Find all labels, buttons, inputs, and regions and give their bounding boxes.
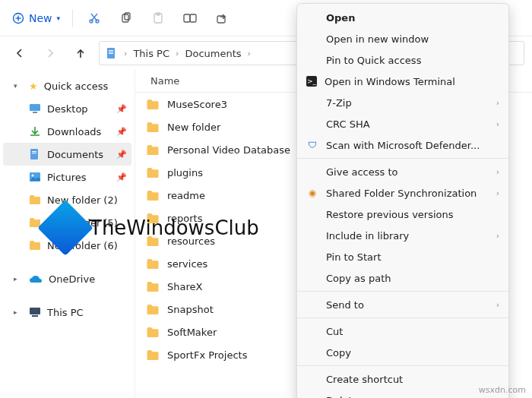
- ctx-label: 7-Zip: [326, 97, 489, 109]
- ctx-restore[interactable]: Restore previous versions: [297, 204, 508, 225]
- ctx-label: Send to: [326, 299, 489, 311]
- ctx-copy-path[interactable]: Copy as path: [297, 267, 508, 289]
- folder-icon: [146, 99, 160, 110]
- ctx-open[interactable]: Open: [297, 7, 508, 28]
- ctx-include-lib[interactable]: Include in library›: [297, 225, 508, 246]
- context-menu: Open Open in new window Pin to Quick acc…: [296, 3, 509, 398]
- separator: [297, 291, 508, 292]
- sidebar-item-label: Documents: [47, 149, 110, 160]
- desktop-icon: [29, 103, 41, 115]
- sidebar-item-label: Downloads: [47, 126, 110, 137]
- breadcrumb-folder[interactable]: Documents: [185, 48, 241, 59]
- chevron-right-icon: ›: [496, 120, 499, 128]
- shield-icon: 🛡: [306, 140, 318, 150]
- chevron-right-icon: ›: [248, 49, 251, 58]
- sync-icon: ◉: [306, 188, 318, 198]
- ctx-create-shortcut[interactable]: Create shortcut: [297, 368, 508, 390]
- sidebar-item-folder[interactable]: New folder (2): [3, 188, 131, 211]
- list-item-label: SportFx Projects: [167, 349, 247, 361]
- ctx-cut[interactable]: Cut: [297, 321, 508, 342]
- chevron-right-icon: ›: [496, 99, 499, 107]
- ctx-send-to[interactable]: Send to›: [297, 294, 508, 315]
- list-item-label: Snapshot: [167, 304, 214, 315]
- sidebar-item-label: New folder (2): [47, 194, 127, 206]
- star-icon: ★: [29, 81, 38, 92]
- sidebar-item-label: Desktop: [47, 103, 110, 115]
- ctx-label: Pin to Quick access: [326, 55, 499, 66]
- paste-icon: [144, 6, 172, 30]
- copy-icon[interactable]: [112, 6, 140, 30]
- sidebar-quick-access[interactable]: ▾ ★ Quick access: [3, 74, 131, 97]
- sidebar-item-downloads[interactable]: Downloads 📌: [3, 120, 131, 143]
- back-button[interactable]: [8, 41, 32, 65]
- ctx-7zip[interactable]: 7-Zip›: [297, 92, 508, 113]
- new-button-label: New: [29, 12, 52, 24]
- share-icon[interactable]: [208, 6, 236, 30]
- ctx-delete[interactable]: Delete: [297, 390, 508, 398]
- folder-icon: [146, 327, 160, 338]
- list-item-label: services: [167, 258, 207, 270]
- svg-rect-19: [33, 112, 37, 113]
- sidebar-item-pictures[interactable]: Pictures 📌: [3, 166, 131, 188]
- ctx-open-terminal[interactable]: >_Open in Windows Terminal: [297, 71, 508, 92]
- chevron-down-icon: ▾: [57, 14, 61, 22]
- terminal-icon: >_: [306, 76, 317, 87]
- ctx-label: Open: [326, 12, 499, 24]
- ctx-label: Shared Folder Synchronization: [326, 188, 489, 199]
- ctx-pin-start[interactable]: Pin to Start: [297, 246, 508, 267]
- folder-icon: [146, 190, 160, 201]
- pin-icon: 📌: [116, 127, 127, 137]
- sidebar-onedrive[interactable]: ▸ OneDrive: [3, 267, 131, 290]
- forward-button: [38, 41, 62, 65]
- sidebar-item-label: This PC: [47, 307, 127, 318]
- pin-icon: 📌: [116, 104, 127, 114]
- folder-icon: [29, 240, 41, 251]
- list-item-label: readme: [167, 190, 205, 201]
- sidebar-item-folder[interactable]: New folder (6): [3, 234, 131, 257]
- ctx-shared-sync[interactable]: ◉Shared Folder Synchronization›: [297, 182, 508, 204]
- svg-rect-22: [32, 153, 36, 153]
- sidebar-item-label: Pictures: [47, 172, 110, 183]
- sidebar-thispc[interactable]: ▸ This PC: [3, 301, 131, 324]
- svg-rect-26: [32, 315, 38, 317]
- document-icon: [29, 148, 41, 160]
- sidebar-item-documents[interactable]: Documents 📌: [3, 143, 131, 166]
- pin-icon: 📌: [116, 150, 127, 160]
- sidebar: ▾ ★ Quick access Desktop 📌 Downloads 📌 D…: [0, 70, 135, 398]
- new-button[interactable]: New ▾: [8, 9, 65, 27]
- svg-rect-11: [184, 14, 190, 22]
- chevron-right-icon: ›: [176, 49, 179, 58]
- chevron-down-icon: ▾: [14, 82, 21, 90]
- ctx-open-new-window[interactable]: Open in new window: [297, 28, 508, 49]
- ctx-copy[interactable]: Copy: [297, 342, 508, 363]
- sidebar-item-desktop[interactable]: Desktop 📌: [3, 97, 131, 120]
- separator: [297, 365, 508, 366]
- folder-icon: [146, 235, 160, 247]
- ctx-pin-quick[interactable]: Pin to Quick access: [297, 49, 508, 71]
- list-item-label: New folder: [167, 122, 220, 133]
- column-header-label: Name: [150, 75, 179, 87]
- ctx-crc-sha[interactable]: CRC SHA›: [297, 113, 508, 134]
- ctx-defender[interactable]: 🛡Scan with Microsoft Defender...: [297, 134, 508, 156]
- sidebar-item-label: OneDrive: [49, 273, 127, 285]
- list-item-label: resources: [167, 235, 215, 247]
- rename-icon[interactable]: [176, 6, 204, 30]
- pc-icon: [29, 307, 41, 317]
- sidebar-item-folder[interactable]: New folder (5): [3, 211, 131, 234]
- sidebar-item-label: New folder (5): [47, 217, 127, 229]
- folder-icon: [146, 258, 160, 270]
- ctx-label: Cut: [326, 326, 499, 337]
- svg-point-24: [32, 175, 34, 177]
- folder-icon: [29, 217, 41, 228]
- ctx-label: Restore previous versions: [326, 209, 499, 220]
- chevron-right-icon: ›: [124, 49, 127, 58]
- ctx-label: Give access to: [326, 166, 489, 178]
- svg-rect-16: [109, 52, 113, 52]
- cut-icon[interactable]: [81, 6, 108, 30]
- folder-icon: [29, 194, 41, 205]
- download-icon: [29, 125, 41, 137]
- breadcrumb-root[interactable]: This PC: [133, 48, 169, 59]
- ctx-give-access[interactable]: Give access to›: [297, 161, 508, 182]
- folder-icon: [146, 349, 160, 361]
- up-button[interactable]: [68, 41, 93, 65]
